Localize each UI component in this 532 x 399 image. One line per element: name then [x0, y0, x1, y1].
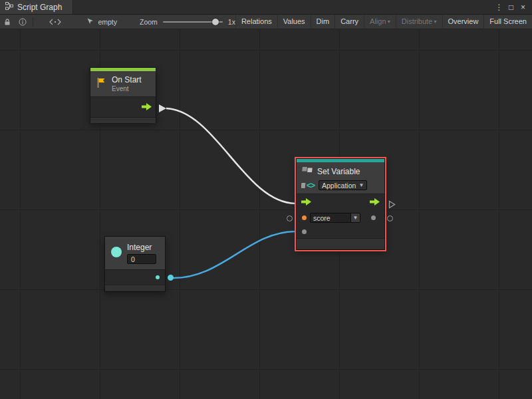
value-input-port[interactable]: [302, 229, 307, 234]
unconnected-port-ring-right[interactable]: [387, 215, 393, 221]
carry-button[interactable]: Carry: [334, 15, 364, 29]
node-subtitle: Event: [112, 85, 142, 92]
graph-toolbar: empty Zoom 1x Relations Values Dim Carry…: [0, 15, 532, 29]
zoom-slider[interactable]: [163, 18, 223, 26]
dim-button[interactable]: Dim: [311, 15, 335, 29]
set-variable-header: Set Variable <> Application ▼: [297, 162, 384, 194]
flow-output-port[interactable]: [370, 196, 380, 208]
node-title: On Start: [112, 75, 142, 84]
align-button[interactable]: Align: [364, 15, 396, 29]
integer-ports: [105, 270, 165, 285]
set-variable-footer: [297, 239, 384, 249]
variable-name-select[interactable]: score ▼: [310, 213, 360, 223]
wire-onstart-to-setvariable[interactable]: [166, 108, 295, 203]
zoom-slider-handle[interactable]: [212, 19, 219, 25]
tab-script-graph[interactable]: Script Graph: [0, 0, 73, 14]
graph-canvas[interactable]: On Start Event Integer 0: [0, 29, 532, 399]
variable-name-port[interactable]: [302, 215, 307, 220]
node-on-start[interactable]: On Start Event: [90, 67, 156, 123]
on-start-footer: [90, 118, 156, 123]
node-title: Set Variable: [317, 167, 360, 176]
variable-scope-dropdown[interactable]: Application ▼: [319, 180, 367, 190]
integer-header: Integer 0: [105, 237, 165, 270]
zoom-value: 1x: [228, 18, 235, 26]
flow-continuation-triangle[interactable]: [388, 200, 396, 211]
set-variable-ports: score ▼: [297, 194, 384, 239]
variables-icon: [301, 166, 313, 178]
script-graph-icon: [5, 2, 13, 12]
tab-title: Script Graph: [17, 3, 62, 12]
unconnected-port-ring-left[interactable]: [287, 215, 293, 221]
code-kind-icon: <>: [301, 181, 315, 190]
wire-integer-to-setvariable[interactable]: [171, 231, 295, 278]
integer-icon: [110, 246, 122, 261]
lock-icon[interactable]: [0, 15, 15, 29]
distribute-button[interactable]: Distribute: [396, 15, 442, 29]
window-controls: ⋮ □ ×: [493, 0, 532, 14]
flag-icon: [96, 77, 107, 91]
integer-footer: [105, 285, 165, 291]
node-title: Integer: [127, 243, 156, 252]
maximize-icon[interactable]: □: [505, 1, 517, 14]
fullscreen-button[interactable]: Full Screen: [483, 15, 532, 29]
zoom-group: Zoom 1x: [140, 18, 235, 26]
integer-wire-endpoint-dot[interactable]: [168, 275, 174, 281]
node-set-variable[interactable]: Set Variable <> Application ▼: [296, 158, 385, 250]
scope-value: Application: [322, 182, 356, 190]
integer-value-field[interactable]: 0: [127, 254, 156, 264]
code-preview-icon[interactable]: [48, 15, 63, 29]
zoom-label: Zoom: [140, 18, 158, 26]
on-start-header: On Start Event: [90, 71, 156, 97]
chevron-down-icon: ▼: [358, 182, 364, 188]
info-icon[interactable]: [15, 15, 29, 29]
values-button[interactable]: Values: [277, 15, 311, 29]
number-output-port[interactable]: [156, 275, 160, 279]
wire-layer: [0, 29, 532, 399]
cursor-icon: [86, 17, 94, 27]
variable-name-value: score: [311, 213, 350, 222]
flow-input-port[interactable]: [301, 196, 311, 208]
chevron-down-icon: ▼: [350, 213, 360, 222]
overview-button[interactable]: Overview: [442, 15, 484, 29]
close-icon[interactable]: ×: [517, 1, 529, 14]
on-start-ports: [90, 97, 156, 118]
relations-button[interactable]: Relations: [235, 15, 277, 29]
menu-icon[interactable]: ⋮: [493, 1, 505, 14]
toolbar-separator: [33, 17, 33, 27]
flow-output-port[interactable]: [142, 101, 152, 113]
carried-output-triangle[interactable]: [159, 104, 166, 112]
titlebar: Script Graph ⋮ □ ×: [0, 0, 532, 15]
zoom-to-fit-group[interactable]: empty: [86, 17, 117, 27]
node-integer[interactable]: Integer 0: [104, 236, 166, 292]
empty-label: empty: [98, 18, 117, 26]
value-output-port[interactable]: [371, 215, 376, 220]
